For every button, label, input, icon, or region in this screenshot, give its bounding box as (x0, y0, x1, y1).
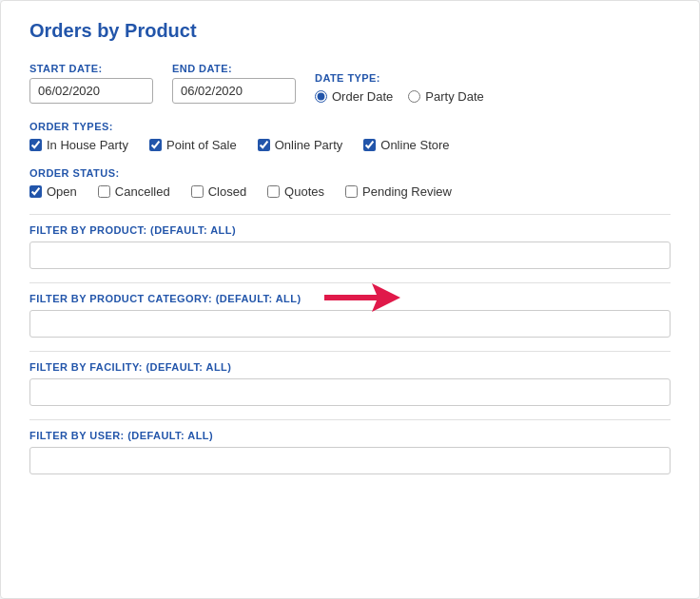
filter-product-label: FILTER BY PRODUCT: (Default: All) (29, 224, 671, 236)
order-date-label: Order Date (332, 89, 393, 104)
svg-marker-0 (324, 283, 400, 312)
pending-review-label: Pending Review (362, 184, 452, 199)
order-types-label: ORDER TYPES: (29, 121, 671, 132)
filter-facility-label: FILTER BY FACILITY: (Default: All) (29, 361, 671, 373)
red-arrow-icon (324, 283, 400, 314)
divider-3 (29, 351, 671, 352)
filter-user-block: FILTER BY USER: (Default: All) (29, 430, 671, 474)
end-date-input[interactable] (172, 78, 296, 104)
pending-review-checkbox[interactable] (345, 185, 358, 198)
filter-user-label: FILTER BY USER: (Default: All) (29, 430, 671, 441)
date-type-group: DATE TYPE: Order Date Party Date (315, 72, 484, 104)
divider-4 (29, 419, 671, 420)
in-house-party-label: In House Party (47, 138, 128, 152)
open-label: Open (47, 184, 77, 199)
date-type-options: Order Date Party Date (315, 89, 484, 104)
filter-user-input[interactable] (29, 447, 671, 474)
filter-product-input[interactable] (29, 242, 671, 269)
online-store-checkbox[interactable] (363, 139, 376, 151)
quotes-option[interactable]: Quotes (267, 184, 324, 199)
filter-product-block: FILTER BY PRODUCT: (Default: All) (29, 224, 671, 269)
date-type-label: DATE TYPE: (315, 72, 484, 84)
end-date-group: END DATE: (172, 63, 296, 104)
cancelled-label: Cancelled (115, 184, 170, 199)
start-date-group: START DATE: (29, 63, 153, 104)
open-checkbox[interactable] (29, 185, 42, 198)
party-date-option[interactable]: Party Date (408, 89, 483, 104)
page-title: Orders by Product (29, 20, 671, 42)
order-date-radio[interactable] (315, 90, 327, 103)
order-status-checkboxes: Open Cancelled Closed Quotes Pending Rev… (29, 184, 671, 199)
filter-facility-block: FILTER BY FACILITY: (Default: All) (29, 361, 671, 406)
end-date-label: END DATE: (172, 63, 296, 74)
point-of-sale-option[interactable]: Point of Sale (149, 138, 237, 152)
online-party-checkbox[interactable] (258, 139, 270, 151)
quotes-label: Quotes (284, 184, 324, 199)
in-house-party-option[interactable]: In House Party (29, 138, 128, 152)
cancelled-checkbox[interactable] (98, 185, 110, 198)
party-date-label: Party Date (425, 89, 483, 104)
point-of-sale-checkbox[interactable] (149, 139, 162, 151)
order-types-block: ORDER TYPES: In House Party Point of Sal… (29, 121, 671, 152)
cancelled-option[interactable]: Cancelled (98, 184, 170, 199)
date-row: START DATE: END DATE: DATE TYPE: Order D… (29, 63, 671, 104)
order-date-option[interactable]: Order Date (315, 89, 393, 104)
online-party-option[interactable]: Online Party (258, 138, 343, 152)
online-store-label: Online Store (380, 138, 449, 152)
pending-review-option[interactable]: Pending Review (345, 184, 452, 199)
filter-product-category-input[interactable] (29, 310, 671, 338)
closed-label: Closed (208, 184, 246, 199)
open-option[interactable]: Open (29, 184, 77, 199)
filter-product-category-block: FILTER BY PRODUCT CATEGORY: (Default: Al… (29, 293, 671, 338)
closed-option[interactable]: Closed (191, 184, 246, 199)
start-date-input[interactable] (29, 78, 153, 104)
start-date-label: START DATE: (29, 63, 153, 74)
point-of-sale-label: Point of Sale (166, 138, 237, 152)
quotes-checkbox[interactable] (267, 185, 280, 198)
online-store-option[interactable]: Online Store (363, 138, 449, 152)
divider-1 (29, 214, 671, 215)
order-status-label: ORDER STATUS: (29, 167, 671, 179)
filter-product-category-label: FILTER BY PRODUCT CATEGORY: (Default: Al… (29, 293, 671, 304)
main-card: Orders by Product START DATE: END DATE: … (0, 0, 700, 599)
online-party-label: Online Party (275, 138, 343, 152)
in-house-party-checkbox[interactable] (29, 139, 42, 151)
order-types-checkboxes: In House Party Point of Sale Online Part… (29, 138, 671, 152)
order-status-block: ORDER STATUS: Open Cancelled Closed Quot… (29, 167, 671, 199)
filter-facility-input[interactable] (29, 378, 671, 406)
party-date-radio[interactable] (408, 90, 420, 103)
closed-checkbox[interactable] (191, 185, 204, 198)
